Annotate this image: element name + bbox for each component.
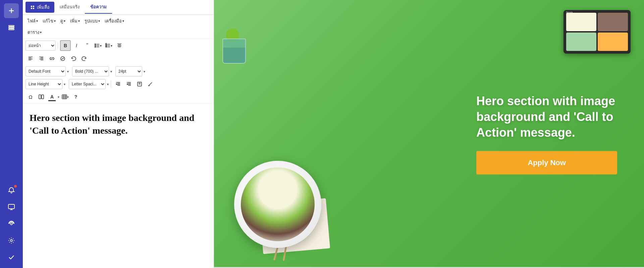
monitor-icon[interactable]	[4, 200, 19, 214]
menu-edit[interactable]: แก้ไข ▾	[41, 16, 58, 26]
menu-format[interactable]: รูปแบบ ▾	[83, 16, 102, 26]
font-weight-chevron-icon: ▾	[110, 70, 112, 73]
unordered-list-button[interactable]: ▾	[93, 41, 103, 51]
italic-button[interactable]: I	[71, 41, 82, 51]
toolbar-row-4: Line Height ▾ Letter Spaci... ▾	[23, 78, 214, 90]
format-chevron-icon: ▾	[98, 19, 100, 23]
omega-button[interactable]: Ω	[25, 92, 36, 102]
svg-rect-52	[39, 95, 41, 99]
svg-text:3: 3	[106, 46, 107, 48]
undo-button[interactable]	[68, 54, 78, 64]
toolbar-row-3: Default Font ▾ Bold (700) ... ▾ 24pt ▾	[23, 65, 214, 78]
svg-rect-5	[8, 204, 14, 209]
table-button[interactable]: ▾	[60, 92, 70, 102]
svg-rect-53	[42, 95, 44, 99]
preview-background: NoyaSUSHI Hero section with image backgr…	[214, 0, 644, 268]
menu-table[interactable]: ตาราง ▾	[25, 27, 44, 37]
indent-button[interactable]	[113, 79, 123, 89]
font-weight-select[interactable]: Bold (700) ...	[72, 66, 109, 76]
font-size-select[interactable]: 24pt	[115, 66, 142, 76]
svg-rect-2	[9, 25, 14, 26]
color-chevron-icon: ▾	[58, 95, 59, 99]
content-area[interactable]: Hero section with image background and '…	[23, 104, 214, 268]
outdent-button[interactable]	[124, 79, 134, 89]
check-icon[interactable]	[4, 250, 19, 265]
view-chevron-icon: ▾	[64, 19, 65, 23]
broadcast-icon[interactable]	[4, 216, 19, 231]
sidebar	[0, 0, 23, 268]
plate-decoration	[234, 161, 321, 248]
bento-cell-2	[598, 13, 628, 31]
svg-rect-3	[9, 27, 14, 28]
menu-tools[interactable]: เครื่องมือ ▾	[103, 16, 126, 26]
svg-rect-13	[33, 8, 34, 9]
menu-add[interactable]: เพิ่ม ▾	[68, 16, 82, 26]
bento-inner	[566, 13, 628, 51]
drink-glass-decoration	[221, 34, 248, 64]
special-char-button[interactable]	[58, 54, 68, 64]
bold-button[interactable]: B	[60, 40, 71, 51]
table-chevron-icon: ▾	[40, 30, 42, 34]
align-center-button[interactable]	[114, 41, 124, 51]
tab-text[interactable]: ข้อความ	[85, 1, 112, 14]
help-button[interactable]: ?	[71, 92, 81, 102]
add-block-button[interactable]: เพิ่มสื่อ	[25, 2, 54, 13]
hero-text-overlay: Hero section with image background and '…	[476, 93, 617, 175]
align-left-button[interactable]	[25, 54, 36, 64]
svg-point-8	[10, 223, 12, 225]
toolbar-row-5: Ω A ▾ ▾ ?	[23, 90, 214, 103]
divider-2	[111, 80, 111, 88]
line-height-select[interactable]: Line Height	[25, 79, 62, 89]
tab-preview[interactable]: เสมือนจริง	[54, 1, 85, 14]
tools-chevron-icon: ▾	[122, 19, 124, 23]
font-size-chevron-icon: ▾	[144, 70, 145, 73]
columns-button[interactable]	[36, 92, 46, 102]
glass-body-decoration	[222, 39, 246, 64]
svg-point-19	[95, 47, 95, 47]
menu-file[interactable]: ไฟล์ ▾	[25, 16, 40, 26]
letter-spacing-select[interactable]: Letter Spaci...	[69, 79, 106, 89]
svg-point-9	[10, 240, 12, 242]
table-chevron-icon: ▾	[67, 95, 69, 99]
clear-format-button[interactable]	[145, 79, 155, 89]
ol-chevron-icon: ▾	[111, 44, 112, 48]
add-chevron-icon: ▾	[78, 19, 80, 23]
bento-box-decoration: NoyaSUSHI	[564, 10, 631, 54]
blockquote-button[interactable]: "	[82, 41, 92, 51]
paragraph-select[interactable]: ย่อหน้า	[25, 41, 56, 51]
plate-food-decoration	[241, 168, 315, 241]
block-align-button[interactable]	[135, 79, 145, 89]
divider-1	[58, 42, 58, 49]
settings-icon[interactable]	[4, 233, 19, 248]
font-family-select[interactable]: Default Font	[25, 66, 66, 76]
align-right-button[interactable]	[36, 54, 46, 64]
svg-point-17	[95, 44, 95, 45]
notification-dot	[14, 185, 17, 188]
toolbar: ย่อหน้า B I " ▾ 123 ▾	[23, 39, 214, 104]
text-color-button[interactable]: A	[47, 92, 57, 102]
letter-spacing-chevron-icon: ▾	[107, 82, 109, 86]
bell-icon[interactable]	[4, 183, 19, 198]
plus-icon[interactable]	[4, 3, 19, 18]
svg-point-18	[95, 45, 95, 46]
svg-rect-54	[62, 95, 67, 99]
toolbar-row-1: ย่อหน้า B I " ▾ 123 ▾	[23, 39, 214, 52]
bento-cell-4	[598, 32, 628, 51]
tab-bar: เพิ่มสื่อ เสมือนจริง ข้อความ	[23, 0, 214, 15]
svg-line-39	[61, 58, 64, 59]
svg-rect-12	[31, 8, 32, 9]
ul-chevron-icon: ▾	[100, 44, 102, 48]
link-button[interactable]	[47, 54, 57, 64]
glass-liquid-decoration	[223, 48, 245, 63]
menu-view[interactable]: ดู ▾	[58, 16, 67, 26]
layers-icon[interactable]	[4, 20, 19, 35]
editor-content-text[interactable]: Hero section with image background and '…	[30, 112, 207, 137]
svg-rect-10	[31, 6, 32, 7]
font-family-chevron-icon: ▾	[67, 70, 69, 73]
bento-cell-3	[566, 32, 596, 51]
ordered-list-button[interactable]: 123 ▾	[104, 41, 114, 51]
line-height-chevron-icon: ▾	[64, 82, 65, 86]
bento-cell-1	[566, 13, 596, 31]
apply-now-button[interactable]: Apply Now	[476, 151, 617, 175]
redo-button[interactable]	[79, 54, 89, 64]
